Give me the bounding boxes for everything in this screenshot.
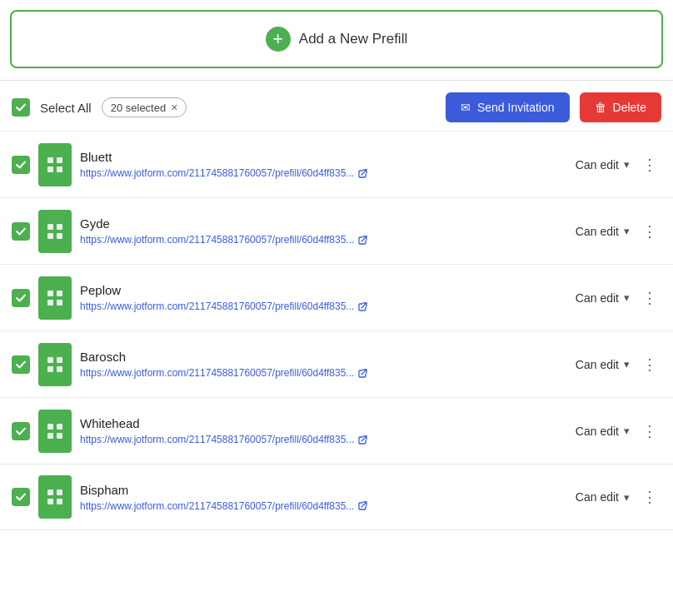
send-invitation-button[interactable]: ✉ Send Invitation xyxy=(446,92,570,122)
item-content-2: Peplow https://www.jotform.com/211745881… xyxy=(80,283,567,312)
svg-rect-19 xyxy=(57,433,62,439)
add-prefill-label: Add a New Prefill xyxy=(299,31,407,47)
add-prefill-banner[interactable]: + Add a New Prefill xyxy=(10,10,663,68)
select-all-label[interactable]: Select All xyxy=(40,101,92,115)
check-icon xyxy=(15,159,27,171)
item-name-4: Whitehead xyxy=(80,416,567,430)
external-link-icon xyxy=(357,368,368,379)
svg-rect-22 xyxy=(47,499,53,504)
item-checkbox-4[interactable] xyxy=(12,422,30,440)
item-name-1: Gyde xyxy=(80,216,567,231)
item-checkbox-2[interactable] xyxy=(12,289,30,307)
item-more-button-0[interactable]: ⋮ xyxy=(638,153,661,176)
svg-rect-8 xyxy=(47,291,53,296)
item-grid-icon-4[interactable] xyxy=(38,410,72,453)
svg-rect-1 xyxy=(57,157,62,163)
grid-icon xyxy=(46,422,64,440)
svg-rect-21 xyxy=(57,489,62,495)
item-grid-icon-0[interactable] xyxy=(38,143,72,186)
item-content-4: Whitehead https://www.jotform.com/211745… xyxy=(80,416,567,445)
svg-rect-3 xyxy=(57,166,62,172)
item-url-0[interactable]: https://www.jotform.com/211745881760057/… xyxy=(80,167,567,179)
item-grid-icon-5[interactable] xyxy=(38,475,72,519)
external-link-icon xyxy=(357,435,368,445)
svg-rect-0 xyxy=(47,157,53,163)
item-checkbox-0[interactable] xyxy=(12,156,30,174)
chevron-down-icon: ▾ xyxy=(624,358,630,370)
permission-label-0: Can edit xyxy=(576,158,619,171)
item-url-1[interactable]: https://www.jotform.com/211745881760057/… xyxy=(80,234,567,246)
item-more-button-3[interactable]: ⋮ xyxy=(638,353,661,376)
permission-label-3: Can edit xyxy=(576,358,619,371)
item-more-button-2[interactable]: ⋮ xyxy=(638,286,661,310)
chevron-down-icon: ▾ xyxy=(624,225,630,237)
item-content-3: Barosch https://www.jotform.com/21174588… xyxy=(80,350,567,379)
item-url-text-3: https://www.jotform.com/211745881760057/… xyxy=(80,367,354,379)
svg-rect-15 xyxy=(57,366,62,372)
item-url-text-4: https://www.jotform.com/211745881760057/… xyxy=(80,434,354,445)
svg-rect-5 xyxy=(57,224,62,230)
select-all-checkbox[interactable] xyxy=(12,98,30,117)
item-permission-1[interactable]: Can edit ▾ xyxy=(576,225,630,238)
check-icon xyxy=(15,491,27,503)
list-item: Gyde https://www.jotform.com/21174588176… xyxy=(0,197,673,264)
item-checkbox-5[interactable] xyxy=(12,488,30,506)
selected-count: 20 selected xyxy=(111,102,167,114)
envelope-icon: ✉ xyxy=(461,101,471,114)
svg-rect-20 xyxy=(47,489,53,495)
item-permission-0[interactable]: Can edit ▾ xyxy=(576,158,630,171)
svg-rect-9 xyxy=(57,291,62,296)
plus-icon: + xyxy=(266,27,291,52)
grid-icon xyxy=(46,289,64,307)
svg-rect-23 xyxy=(57,499,62,504)
chevron-down-icon: ▾ xyxy=(624,491,630,504)
delete-button[interactable]: 🗑 Delete xyxy=(580,92,661,122)
item-grid-icon-1[interactable] xyxy=(38,210,72,253)
permission-label-4: Can edit xyxy=(576,425,619,438)
item-permission-5[interactable]: Can edit ▾ xyxy=(576,490,630,504)
item-url-5[interactable]: https://www.jotform.com/211745881760057/… xyxy=(80,500,567,512)
toolbar: Select All 20 selected × ✉ Send Invitati… xyxy=(0,92,673,122)
check-icon xyxy=(15,226,27,237)
item-name-2: Peplow xyxy=(80,283,567,297)
item-url-text-0: https://www.jotform.com/211745881760057/… xyxy=(80,167,354,179)
item-url-3[interactable]: https://www.jotform.com/211745881760057/… xyxy=(80,367,567,379)
item-name-0: Bluett xyxy=(80,150,567,164)
list-item: Peplow https://www.jotform.com/211745881… xyxy=(0,264,673,330)
svg-rect-18 xyxy=(47,433,53,439)
item-more-button-1[interactable]: ⋮ xyxy=(638,220,661,243)
svg-rect-17 xyxy=(57,424,62,430)
item-more-button-5[interactable]: ⋮ xyxy=(638,485,661,509)
item-checkbox-3[interactable] xyxy=(12,355,30,374)
chevron-down-icon: ▾ xyxy=(624,158,630,171)
svg-rect-6 xyxy=(47,233,53,239)
svg-rect-13 xyxy=(57,357,62,363)
item-grid-icon-2[interactable] xyxy=(38,276,72,320)
divider xyxy=(0,80,673,81)
svg-rect-12 xyxy=(47,357,53,363)
grid-icon xyxy=(46,156,64,174)
item-permission-3[interactable]: Can edit ▾ xyxy=(576,358,630,371)
item-content-5: Bispham https://www.jotform.com/21174588… xyxy=(80,483,567,512)
selected-badge[interactable]: 20 selected × xyxy=(102,97,187,117)
item-grid-icon-3[interactable] xyxy=(38,343,72,386)
external-link-icon xyxy=(357,301,368,312)
item-url-4[interactable]: https://www.jotform.com/211745881760057/… xyxy=(80,434,567,445)
item-checkbox-1[interactable] xyxy=(12,222,30,241)
item-more-button-4[interactable]: ⋮ xyxy=(638,420,661,443)
list-item: Bluett https://www.jotform.com/211745881… xyxy=(0,131,673,197)
trash-icon: 🗑 xyxy=(595,101,606,114)
send-invitation-label: Send Invitation xyxy=(477,101,555,114)
permission-label-5: Can edit xyxy=(576,490,619,504)
svg-rect-7 xyxy=(57,233,62,239)
item-permission-2[interactable]: Can edit ▾ xyxy=(576,291,630,305)
check-icon xyxy=(15,359,27,370)
svg-rect-2 xyxy=(47,166,53,172)
svg-rect-10 xyxy=(47,300,53,306)
clear-selection-icon: × xyxy=(171,101,177,114)
list-item: Barosch https://www.jotform.com/21174588… xyxy=(0,330,673,397)
item-url-2[interactable]: https://www.jotform.com/211745881760057/… xyxy=(80,301,567,312)
item-content-0: Bluett https://www.jotform.com/211745881… xyxy=(80,150,567,179)
item-permission-4[interactable]: Can edit ▾ xyxy=(576,425,630,438)
list-item: Bispham https://www.jotform.com/21174588… xyxy=(0,464,673,530)
